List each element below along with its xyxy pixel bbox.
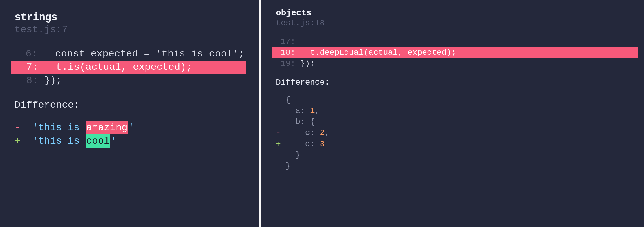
code-text: }); — [38, 74, 62, 87]
line-number: 17 — [276, 36, 290, 47]
code-line: 6: const expected = 'this is cool'; — [15, 47, 245, 61]
diff-added-highlight: cool — [86, 134, 111, 148]
line-number: 18 — [276, 47, 290, 58]
test-location-objects: test.js:18 — [276, 19, 629, 28]
diff-removed-highlight: amazing — [86, 121, 128, 134]
line-number: 8 — [15, 74, 32, 87]
line-number: 19 — [276, 58, 290, 69]
obj-line: a: 1, — [276, 105, 629, 116]
string-diff: - 'this is amazing' + 'this is cool' — [15, 121, 245, 148]
test-title-strings: strings — [15, 12, 245, 23]
plus-icon: + — [15, 134, 26, 148]
obj-diff-added: + c: 3 — [276, 139, 629, 150]
code-text: }); — [295, 58, 315, 69]
diff-line-removed: - 'this is amazing' — [15, 121, 245, 134]
line-number: 7 — [15, 61, 32, 74]
minus-icon: - — [276, 127, 286, 138]
code-snippet-strings: 6: const expected = 'this is cool'; 7: t… — [15, 47, 245, 87]
object-diff: { a: 1, b: { - c: 2, + c: 3 } } — [276, 94, 629, 172]
pane-divider — [259, 0, 261, 227]
obj-line: { — [276, 94, 629, 105]
code-line-highlighted: 18: t.deepEqual(actual, expected); — [272, 47, 638, 58]
line-number: 6 — [15, 47, 31, 61]
obj-line: b: { — [276, 116, 629, 127]
code-snippet-objects: 17: 18: t.deepEqual(actual, expected); 1… — [276, 36, 629, 69]
test-title-objects: objects — [276, 8, 629, 18]
obj-line: } — [276, 150, 629, 161]
pane-objects: objects test.js:18 17: 18: t.deepEqual(a… — [261, 0, 644, 227]
obj-diff-removed: - c: 2, — [276, 127, 629, 138]
code-text: const expected = 'this is cool'; — [37, 47, 245, 61]
code-line-highlighted: 7: t.is(actual, expected); — [11, 61, 246, 74]
difference-label: Difference: — [276, 78, 629, 87]
plus-icon: + — [276, 139, 286, 150]
test-location-strings: test.js:7 — [15, 24, 245, 35]
pane-strings: strings test.js:7 6: const expected = 't… — [0, 0, 259, 227]
code-text: t.deepEqual(actual, expected); — [295, 47, 456, 58]
difference-label: Difference: — [15, 100, 245, 111]
obj-line: } — [276, 161, 629, 172]
code-text: t.is(actual, expected); — [38, 61, 192, 74]
code-line: 19: }); — [276, 58, 629, 69]
diff-line-added: + 'this is cool' — [15, 134, 245, 148]
minus-icon: - — [15, 121, 26, 134]
code-line: 8: }); — [15, 74, 245, 87]
code-line: 17: — [276, 36, 629, 47]
